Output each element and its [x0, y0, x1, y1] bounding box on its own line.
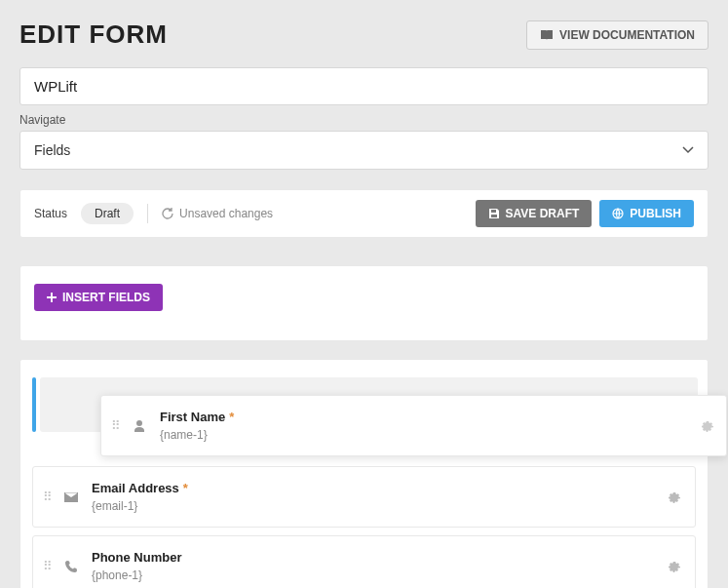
publish-button[interactable]: PUBLISH — [599, 200, 694, 227]
status-bar: Status Draft Unsaved changes SAVE DRAFT … — [19, 189, 709, 238]
navigate-select[interactable]: Fields — [19, 131, 709, 170]
gear-icon[interactable] — [668, 490, 681, 504]
field-label: First Name — [160, 410, 225, 424]
form-title-input[interactable]: WPLift — [19, 67, 709, 105]
drag-handle-icon[interactable]: ⠿ — [43, 494, 51, 500]
refresh-icon — [162, 208, 173, 219]
field-label: Email Address — [92, 481, 179, 495]
chevron-down-icon — [682, 146, 694, 154]
unsaved-changes: Unsaved changes — [162, 207, 273, 220]
field-card-phone[interactable]: ⠿ Phone Number {phone-1} — [32, 535, 696, 588]
fields-list: ⠿ First Name* {name-1} ⠿ Email Address* … — [19, 359, 709, 588]
drag-handle-icon[interactable]: ⠿ — [111, 423, 119, 429]
field-label: Phone Number — [92, 550, 181, 565]
field-slug: {email-1} — [92, 499, 656, 513]
phone-icon — [62, 558, 80, 575]
view-documentation-button[interactable]: VIEW DOCUMENTATION — [526, 20, 709, 50]
field-slug: {phone-1} — [92, 568, 656, 582]
divider — [147, 204, 148, 223]
insert-panel: INSERT FIELDS — [19, 265, 709, 341]
save-draft-button[interactable]: SAVE DRAFT — [476, 200, 593, 227]
status-pill: Draft — [81, 203, 134, 224]
page-title: EDIT FORM — [19, 20, 168, 50]
field-card-email[interactable]: ⠿ Email Address* {email-1} — [32, 466, 696, 528]
insert-fields-button[interactable]: INSERT FIELDS — [34, 284, 163, 311]
navigate-label: Navigate — [19, 113, 709, 127]
person-icon — [131, 417, 148, 435]
gear-icon[interactable] — [668, 560, 681, 573]
drag-handle-icon[interactable]: ⠿ — [43, 564, 51, 569]
plus-icon — [47, 293, 57, 302]
globe-icon — [612, 208, 624, 219]
required-indicator: * — [229, 410, 234, 424]
gear-icon[interactable] — [701, 419, 714, 433]
save-icon — [488, 208, 500, 219]
field-card-name[interactable]: ⠿ First Name* {name-1} — [100, 395, 727, 456]
status-label: Status — [34, 207, 67, 220]
book-icon — [540, 29, 554, 41]
mail-icon — [62, 489, 80, 506]
field-slug: {name-1} — [160, 428, 712, 442]
required-indicator: * — [183, 481, 188, 495]
